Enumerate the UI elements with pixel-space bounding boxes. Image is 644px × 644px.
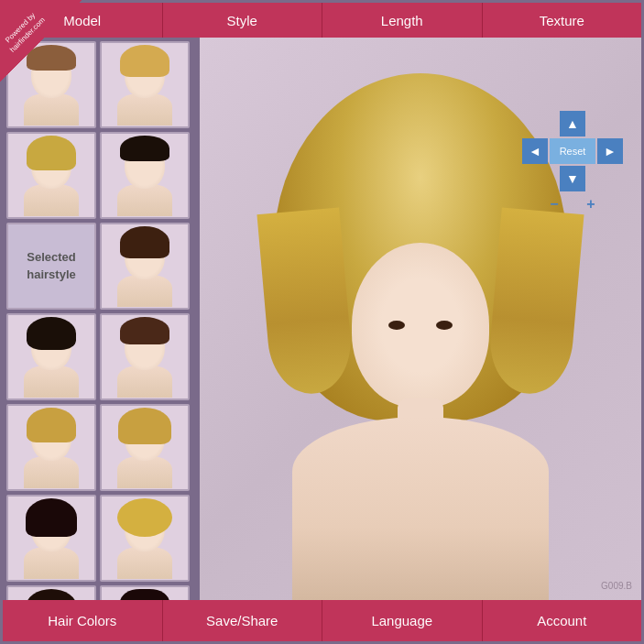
sidebar-row-6 bbox=[6, 495, 196, 582]
thumb-selected-label: Selectedhairstyle bbox=[6, 223, 96, 310]
thumb-medium-brown[interactable] bbox=[100, 223, 190, 310]
zoom-in-button[interactable]: + bbox=[582, 195, 600, 213]
bottom-nav: Hair Colors Save/Share Language Account bbox=[3, 600, 641, 641]
sidebar-row-4 bbox=[6, 313, 196, 400]
tab-texture[interactable]: Texture bbox=[483, 3, 642, 38]
zoom-out-button[interactable]: − bbox=[545, 195, 563, 213]
sidebar-row-3: Selectedhairstyle bbox=[6, 223, 196, 310]
canvas-area: ▲ ◄ Reset ► ▼ − + G009.B bbox=[200, 38, 641, 600]
nav-horizontal-row: ◄ Reset ► bbox=[522, 138, 623, 164]
bottom-nav-account[interactable]: Account bbox=[483, 600, 642, 641]
thumb-dark-fringe[interactable] bbox=[100, 585, 190, 600]
selected-hairstyle-label: Selectedhairstyle bbox=[27, 249, 75, 282]
powered-by-text: Powered byhairfinder.com bbox=[3, 38, 48, 55]
model-body bbox=[292, 417, 549, 600]
thumb-wavy-blonde-2[interactable] bbox=[100, 404, 190, 491]
thumb-long-blonde[interactable] bbox=[6, 132, 96, 219]
bottom-nav-save-share[interactable]: Save/Share bbox=[163, 600, 323, 641]
model-eye-right bbox=[436, 321, 453, 330]
model-face bbox=[352, 243, 489, 408]
thumb-curly-blonde[interactable] bbox=[100, 495, 190, 582]
model-display: ▲ ◄ Reset ► ▼ − + G009.B bbox=[200, 38, 641, 600]
thumb-medium-blonde[interactable] bbox=[100, 41, 190, 128]
powered-by-banner: Powered byhairfinder.com bbox=[3, 38, 82, 82]
thumb-wavy-blonde-1[interactable] bbox=[6, 404, 96, 491]
sidebar-row-7 bbox=[6, 585, 196, 600]
thumb-long-black[interactable] bbox=[6, 495, 96, 582]
nav-up-button[interactable]: ▲ bbox=[560, 111, 585, 136]
thumb-dark-wavy[interactable] bbox=[6, 585, 96, 600]
zoom-row: − + bbox=[545, 195, 600, 213]
thumb-wavy-brown[interactable] bbox=[100, 313, 190, 400]
reset-button[interactable]: Reset bbox=[550, 138, 595, 164]
top-nav: Model Style Length Texture bbox=[3, 3, 641, 38]
thumb-wavy-black[interactable] bbox=[6, 313, 96, 400]
nav-right-button[interactable]: ► bbox=[597, 138, 623, 164]
tab-style[interactable]: Style bbox=[163, 3, 323, 38]
app-container: Model Style Length Texture Powered byhai… bbox=[0, 0, 644, 644]
sidebar: Powered byhairfinder.com bbox=[3, 38, 200, 600]
bottom-nav-hair-colors[interactable]: Hair Colors bbox=[3, 600, 163, 641]
nav-down-button[interactable]: ▼ bbox=[560, 166, 585, 191]
sidebar-row-2 bbox=[6, 132, 196, 219]
nav-left-button[interactable]: ◄ bbox=[522, 138, 548, 164]
nav-controls: ▲ ◄ Reset ► ▼ − + bbox=[522, 111, 623, 213]
bottom-nav-language[interactable]: Language bbox=[322, 600, 483, 641]
thumb-short-black[interactable] bbox=[100, 132, 190, 219]
watermark: G009.B bbox=[601, 581, 632, 591]
sidebar-row-5 bbox=[6, 404, 196, 491]
main-area: Powered byhairfinder.com bbox=[3, 38, 641, 600]
tab-length[interactable]: Length bbox=[322, 3, 483, 38]
model-eye-left bbox=[388, 321, 405, 330]
